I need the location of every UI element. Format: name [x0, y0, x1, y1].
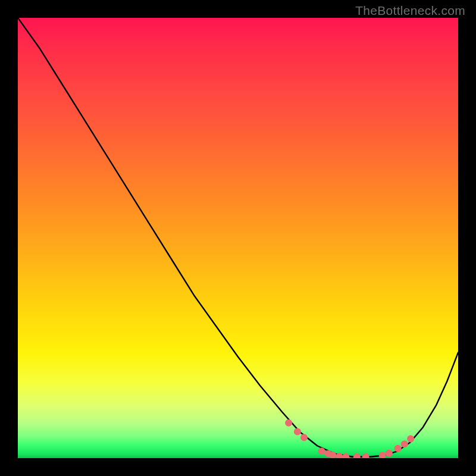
marker-point — [401, 440, 408, 447]
marker-point — [285, 419, 292, 427]
marker-point — [294, 428, 301, 436]
marker-point — [407, 435, 414, 442]
watermark-text: TheBottleneck.com — [355, 4, 465, 18]
chart-frame: TheBottleneck.com — [0, 0, 476, 476]
marker-point — [300, 434, 308, 441]
marker-point — [318, 447, 325, 455]
plot-area — [18, 18, 458, 458]
curve-svg — [18, 18, 458, 458]
marker-point — [353, 453, 361, 458]
marker-point — [379, 452, 386, 458]
marker-point — [342, 453, 349, 458]
bottleneck-curve — [18, 18, 458, 457]
marker-point — [386, 450, 393, 457]
marker-point — [394, 445, 402, 452]
marker-point — [362, 453, 369, 458]
